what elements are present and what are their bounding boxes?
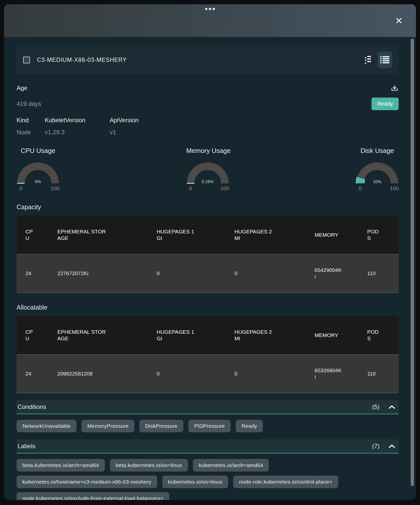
apiversion-value: v1	[110, 129, 139, 136]
column-header: MEMORY	[315, 232, 338, 238]
column-header: CPU	[25, 228, 35, 241]
gauge-max: 100	[51, 185, 59, 191]
allocatable-table: CPU EPHEMERAL STORAGE HUGEPAGES 1 GI HUG…	[17, 316, 399, 393]
gauge-min: 0	[359, 185, 362, 191]
age-value: 419 days	[17, 100, 41, 107]
conditions-section-header[interactable]: Conditions (5)	[17, 400, 399, 414]
scrollbar-thumb[interactable]	[411, 38, 414, 486]
download-button[interactable]	[391, 85, 399, 93]
table-row: 24 227672072Ki 0 0 65429004Ki 110	[17, 254, 399, 293]
column-header: EPHEMERAL STORAGE	[57, 329, 108, 342]
conditions-chips: NetworkUnavailable MemoryPressure DiskPr…	[17, 420, 399, 432]
capacity-table: CPU EPHEMERAL STORAGE HUGEPAGES 1 GI HUG…	[17, 216, 399, 293]
conditions-title: Conditions	[18, 403, 46, 410]
list-icon	[380, 56, 389, 64]
status-badge: Ready	[371, 98, 399, 110]
cell-hugepages-1gi: 0	[157, 370, 160, 377]
column-header: HUGEPAGES 2 MI	[234, 228, 275, 241]
node-title-card: C3-MEDIUM-X86-03-MESHERY	[17, 45, 399, 74]
cell-pods: 110	[367, 370, 375, 377]
column-header: HUGEPAGES 1 GI	[157, 228, 197, 241]
cell-hugepages-2mi: 0	[234, 370, 237, 377]
gauge-percent: 0.16%	[201, 179, 214, 184]
gauge-title: Disk Usage	[356, 147, 399, 155]
cpu-usage-gauge: CPU Usage 0% 0 100	[17, 147, 59, 192]
disk-usage-gauge: Disk Usage 10% 0 100	[356, 147, 399, 192]
cell-pods: 110	[367, 270, 375, 277]
column-header: CPU	[25, 329, 35, 342]
labels-chips: beta.kubernetes.io/arch=amd64 beta.kuber…	[17, 459, 399, 500]
gauge-title: CPU Usage	[17, 147, 59, 155]
gauge-max: 100	[390, 185, 399, 191]
column-header: HUGEPAGES 1 GI	[157, 329, 197, 342]
gauge-max: 100	[220, 185, 229, 191]
conditions-count: (5)	[372, 403, 380, 410]
apiversion-label: ApiVersion	[110, 117, 139, 124]
chevron-up-icon[interactable]	[389, 444, 395, 448]
gauge-percent: 10%	[373, 179, 382, 184]
memory-usage-gauge: Memory Usage 0.16% 0 100	[186, 147, 229, 192]
capacity-heading: Capacity	[17, 203, 399, 211]
node-checkbox[interactable]	[23, 57, 30, 63]
meta-fields: Kind Node KubeletVersion v1.29.3 ApiVers…	[17, 117, 399, 136]
condition-chip: MemoryPressure	[81, 420, 134, 432]
age-label: Age	[17, 85, 27, 92]
chevron-up-icon[interactable]	[389, 405, 395, 409]
node-title: C3-MEDIUM-X86-03-MESHERY	[37, 57, 127, 63]
modal-header: ✕	[4, 4, 416, 37]
label-chip: node.kubernetes.io/exclude-from-external…	[17, 492, 169, 500]
cell-hugepages-2mi: 0	[234, 270, 237, 277]
cell-cpu: 24	[25, 370, 31, 377]
condition-chip: DiskPressure	[139, 420, 183, 432]
column-header: HUGEPAGES 2 MI	[234, 329, 275, 342]
column-header: EPHEMERAL STORAGE	[57, 228, 108, 241]
kind-value: Node	[17, 129, 45, 136]
cell-ephemeral-storage: 209822581208	[57, 370, 93, 377]
compact-view-toggle[interactable]	[363, 54, 373, 66]
cell-hugepages-1gi: 0	[157, 270, 160, 277]
label-chip: beta.kubernetes.io/os=linux	[110, 459, 188, 472]
condition-chip: PIDPressure	[188, 420, 231, 432]
node-details-modal: ✕ C3-MEDIUM-X86-03-MESHERY	[4, 4, 416, 500]
gauge-min: 0	[189, 185, 192, 191]
condition-chip: Ready	[236, 420, 263, 432]
labels-count: (7)	[372, 443, 380, 450]
kubeletversion-value: v1.29.3	[45, 129, 110, 136]
label-chip: kubernetes.io/hostname=c3-medium-x86-03-…	[17, 476, 157, 488]
table-row: 24 209822581208 0 0 65326604Ki 110	[17, 355, 399, 393]
column-header: PODS	[367, 329, 380, 342]
label-chip: kubernetes.io/arch=amd64	[193, 459, 269, 472]
list-view-toggle[interactable]	[377, 52, 392, 68]
gauge-min: 0	[19, 185, 22, 191]
table-header-row: CPU EPHEMERAL STORAGE HUGEPAGES 1 GI HUG…	[17, 216, 399, 254]
download-icon	[391, 85, 399, 93]
modal-content: C3-MEDIUM-X86-03-MESHERY	[4, 37, 416, 500]
table-header-row: CPU EPHEMERAL STORAGE HUGEPAGES 1 GI HUG…	[17, 316, 399, 355]
label-chip: node-role.kubernetes.io/control-plane=	[233, 476, 338, 488]
cell-memory: 65429004Ki	[315, 267, 342, 280]
kubeletversion-label: KubeletVersion	[45, 117, 110, 124]
gauge-title: Memory Usage	[186, 147, 229, 155]
label-chip: beta.kubernetes.io/arch=amd64	[17, 459, 105, 472]
usage-gauges: CPU Usage 0% 0 100 Memory Usage 0.16% 0 …	[17, 147, 399, 192]
label-chip: kubernetes.io/os=linux	[162, 476, 228, 488]
cell-memory: 65326604Ki	[315, 367, 342, 380]
labels-section-header[interactable]: Labels (7)	[17, 439, 399, 453]
condition-chip: NetworkUnavailable	[17, 420, 76, 432]
close-button[interactable]: ✕	[393, 15, 404, 26]
cell-ephemeral-storage: 227672072Ki	[57, 270, 89, 277]
cell-cpu: 24	[25, 270, 31, 277]
column-header: PODS	[367, 228, 380, 241]
labels-title: Labels	[18, 443, 35, 450]
column-header: MEMORY	[315, 332, 338, 339]
compact-list-icon	[365, 55, 371, 64]
gauge-percent: 0%	[35, 179, 41, 184]
drag-handle-icon[interactable]	[205, 8, 215, 10]
kind-label: Kind	[17, 117, 45, 124]
allocatable-heading: Allocatable	[17, 304, 399, 311]
